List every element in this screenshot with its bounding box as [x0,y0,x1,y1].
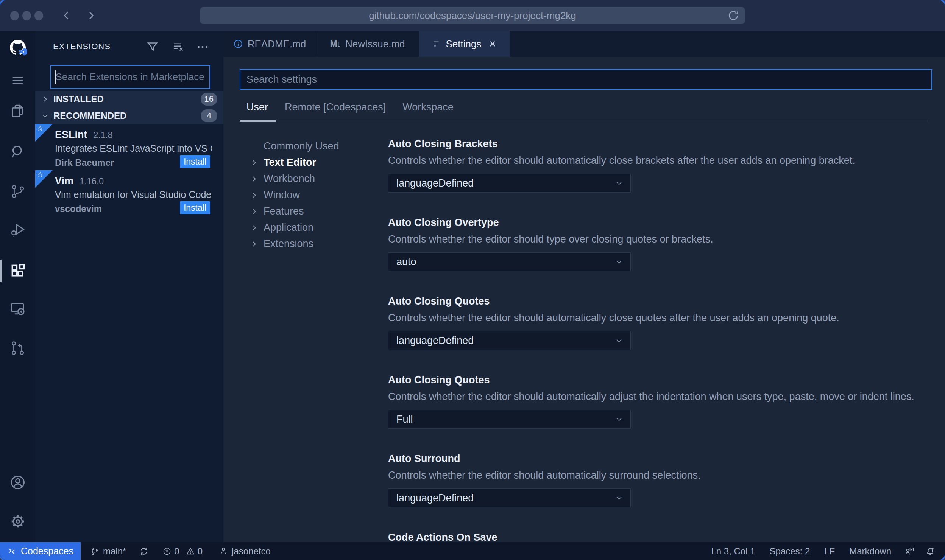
window-control-dot[interactable] [34,11,43,20]
setting-description: Controls whether the editor should autom… [388,154,934,167]
setting-title: Code Actions On Save [388,530,934,542]
info-icon [233,39,243,49]
section-label: INSTALLED [53,94,201,104]
branch-indicator[interactable]: main* [90,546,126,557]
install-button[interactable]: Install [180,201,210,214]
scope-tab-remote[interactable]: Remote [Codespaces] [285,101,386,113]
sidebar-title: EXTENSIONS [53,42,111,51]
tab-label: NewIssue.md [345,38,405,50]
setting-entry: Auto Closing Quotes Controls whether the… [388,294,934,350]
notifications-bell-icon[interactable] [925,546,935,556]
codespaces-remote-button[interactable]: Codespaces [0,542,81,560]
language-mode[interactable]: Markdown [849,546,891,557]
setting-title: Auto Closing Brackets [388,137,934,151]
remote-explorer-icon[interactable] [9,300,26,317]
feedback-icon[interactable] [905,546,915,556]
close-icon[interactable] [488,39,497,48]
chevron-right-icon [250,175,258,183]
toc-item-extensions[interactable]: Extensions [250,236,379,252]
chevron-right-icon [250,159,258,167]
user-name: jasonetco [232,546,271,557]
explorer-icon[interactable] [10,103,26,119]
filter-icon[interactable] [146,40,159,54]
clear-extensions-icon[interactable] [172,40,185,54]
problems-indicator[interactable]: 0 0 [162,546,203,557]
tab-settings[interactable]: Settings [419,31,510,57]
window-control-dot[interactable] [22,11,31,20]
star-icon: ☆ [37,124,44,133]
extension-title-row: ESLint 2.1.8 [55,129,113,141]
count-badge: 16 [201,93,217,106]
pull-request-icon[interactable] [10,340,26,356]
warning-count: 0 [198,546,203,557]
setting-dropdown[interactable]: languageDefined [388,331,631,350]
extensions-icon[interactable] [9,263,26,279]
toc-item-workbench[interactable]: Workbench [250,171,379,187]
error-count: 0 [174,546,179,557]
warning-icon [186,547,195,556]
setting-dropdown[interactable]: languageDefined [388,174,631,193]
toc-item-text-editor[interactable]: Text Editor [250,154,379,171]
settings-list: Auto Closing Brackets Controls whether t… [388,137,934,542]
eol-indicator[interactable]: LF [824,546,835,557]
browser-chrome: github.com/codespaces/user-my-project-mg… [0,0,945,31]
user-indicator[interactable]: jasonetco [219,546,271,557]
toc-label: Extensions [264,238,313,250]
activity-bar [0,31,35,542]
more-actions-icon[interactable] [196,40,209,54]
star-icon: ☆ [37,170,44,179]
cursor-position[interactable]: Ln 3, Col 1 [711,546,755,557]
tab-readme[interactable]: README.md [223,31,316,57]
toc-label: Commonly Used [264,140,339,152]
chevron-right-icon [41,95,49,103]
settings-scope-tabs: User Remote [Codespaces] Workspace [246,101,454,113]
url-bar[interactable]: github.com/codespaces/user-my-project-mg… [200,7,745,24]
back-icon[interactable] [61,9,73,22]
extension-description: Integrates ESLint JavaScript into VS C..… [55,143,212,154]
setting-dropdown[interactable]: Full [388,410,631,429]
toc-item-application[interactable]: Application [250,219,379,236]
setting-dropdown[interactable]: languageDefined [388,488,631,507]
window-control-dot[interactable] [10,11,19,20]
chevron-down-icon [41,112,49,120]
search-icon[interactable] [10,144,26,160]
git-branch-icon [90,547,100,556]
extension-card-eslint[interactable]: ☆ ESLint 2.1.8 Integrates ESLint JavaScr… [35,124,223,170]
section-recommended[interactable]: RECOMMENDED 4 [35,107,223,124]
install-button[interactable]: Install [180,155,210,168]
toc-item-features[interactable]: Features [250,203,379,219]
tab-newissue[interactable]: M↓ NewIssue.md [316,31,419,57]
extension-card-vim[interactable]: ☆ Vim 1.16.0 Vim emulation for Visual St… [35,170,223,216]
dropdown-value: languageDefined [396,177,474,189]
settings-gear-icon[interactable] [9,513,26,530]
indentation-indicator[interactable]: Spaces: 2 [770,546,810,557]
setting-entry: Code Actions On Save [388,530,934,542]
url-text: github.com/codespaces/user-my-project-mg… [369,10,576,22]
tab-label: Settings [446,38,482,50]
toc-item-window[interactable]: Window [250,187,379,203]
run-debug-icon[interactable] [10,221,26,237]
section-installed[interactable]: INSTALLED 16 [35,91,223,107]
extension-author: vscodevim [55,204,102,214]
toc-item-commonly-used[interactable]: Commonly Used [250,138,379,154]
sync-icon[interactable] [139,546,149,556]
dropdown-value: languageDefined [396,492,474,504]
active-scope-underline [240,120,276,122]
extension-version: 2.1.8 [94,130,113,140]
setting-dropdown[interactable]: auto [388,252,631,271]
toc-label: Window [264,189,300,201]
github-codespaces-logo-icon [7,38,28,59]
settings-toc: Commonly Used Text Editor Workbench Wind… [250,138,379,252]
account-icon[interactable] [9,474,26,491]
scope-tab-user[interactable]: User [246,101,268,113]
settings-search-input[interactable] [240,69,932,90]
refresh-icon[interactable] [728,10,739,21]
forward-icon[interactable] [85,9,97,22]
source-control-icon[interactable] [10,184,26,199]
extension-title-row: Vim 1.16.0 [55,175,104,187]
extensions-search-input[interactable]: Search Extensions in Marketplace [50,65,210,89]
setting-entry: Auto Surround Controls whether the edito… [388,452,934,507]
menu-icon[interactable] [10,73,25,88]
active-view-indicator [0,260,2,282]
scope-tab-workspace[interactable]: Workspace [402,101,454,113]
